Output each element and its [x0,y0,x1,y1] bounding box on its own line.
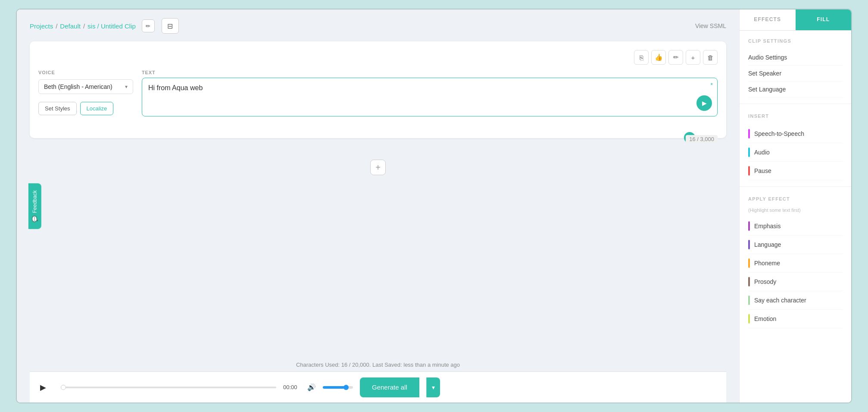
chevron-down-icon: ▾ [432,384,435,391]
sidebar-item-emotion[interactable]: Emotion [748,310,843,328]
sidebar-item-pause[interactable]: Pause [748,162,843,180]
voice-panel: VOICE Beth (English - American) ▾ Set St… [38,70,133,115]
tab-fill[interactable]: FILL [796,9,852,30]
breadcrumb-default[interactable]: Default [60,22,81,30]
speech-to-speech-accent [748,129,750,138]
breadcrumb: Projects / Default / sis / Untitled Clip… [30,18,179,34]
language-accent [748,240,750,249]
status-text: Characters Used: 16 / 20,000. Last Saved… [296,362,460,368]
sidebar-item-set-language[interactable]: Set Language [748,82,843,97]
chevron-down-icon: ▾ [125,84,128,90]
sidebar-apply-effect: APPLY EFFECT (Highlight some text first)… [740,189,851,333]
sidebar-item-prosody[interactable]: Prosody [748,273,843,291]
audio-accent [748,148,750,157]
clip-card-toolbar: ⎘ 👍 ✏ + 🗑 [38,50,718,65]
voice-selected-text: Beth (English - American) [44,83,112,90]
text-label: TEXT [142,70,718,75]
localize-button[interactable]: Localize [80,102,114,115]
thumbup-button[interactable]: 👍 [651,50,666,65]
folder-icon: ⊟ [167,22,173,30]
status-bar: Characters Used: 16 / 20,000. Last Saved… [30,358,726,371]
breadcrumb-sep2: / [83,22,85,30]
feedback-label: Feedback [32,190,38,213]
folder-button[interactable]: ⊟ [162,18,179,34]
text-input-box[interactable]: * Hi from Aqua web ▶ [142,78,718,116]
sidebar-item-set-speaker[interactable]: Set Speaker [748,66,843,82]
sidebar-item-phoneme[interactable]: Phoneme [748,254,843,273]
content-area: Projects / Default / sis / Untitled Clip… [17,9,739,403]
sidebar-item-emphasis[interactable]: Emphasis [748,217,843,236]
generate-dropdown-button[interactable]: ▾ [426,377,440,397]
required-asterisk: * [711,82,713,88]
sidebar-insert: INSERT Speech-to-Speech Audio Pause [740,106,851,185]
apply-effect-subtitle: (Highlight some text first) [748,208,843,213]
edit-button[interactable]: ✏ [668,50,683,65]
generate-button[interactable]: Generate all [360,377,419,397]
volume-track[interactable] [323,386,353,389]
feedback-icon: 💬 [32,215,38,222]
breadcrumb-sep1: / [56,22,57,30]
clip-card-body: VOICE Beth (English - American) ▾ Set St… [38,70,718,131]
sidebar-item-speech-to-speech[interactable]: Speech-to-Speech [748,125,843,143]
sidebar-item-say-each-character[interactable]: Say each character [748,291,843,310]
clip-settings-title: CLIP SETTINGS [748,38,843,44]
bottom-bar: ▶ 00:00 🔊 Generate all ▾ [30,371,726,403]
emphasis-accent [748,221,750,231]
prosody-accent [748,277,750,286]
add-button[interactable]: + [686,50,700,65]
edit-icon: ✏ [146,23,150,29]
apply-effect-title: APPLY EFFECT [748,196,843,201]
sidebar-clip-settings: CLIP SETTINGS Audio Settings Set Speaker… [740,31,851,102]
emotion-accent [748,314,750,324]
tab-effects[interactable]: EFFECTS [740,9,796,30]
text-count: 16 / 3,000 [686,135,718,143]
time-display: 00:00 [283,384,300,390]
feedback-tab[interactable]: 💬 Feedback [28,183,41,229]
add-clip-row: + [30,160,726,175]
content-spacer [30,175,726,358]
app-window: Projects / Default / sis / Untitled Clip… [16,9,852,403]
volume-thumb [343,385,349,390]
say-each-character-accent [748,296,750,305]
sidebar: EFFECTS FILL CLIP SETTINGS Audio Setting… [739,9,851,403]
voice-label: VOICE [38,70,133,75]
set-styles-button[interactable]: Set Styles [38,102,77,115]
text-panel: TEXT * Hi from Aqua web ▶ G 16 / 3,000 [142,70,718,131]
sidebar-tabs: EFFECTS FILL [740,9,851,31]
sidebar-item-language[interactable]: Language [748,236,843,254]
sidebar-item-audio-settings[interactable]: Audio Settings [748,50,843,66]
view-ssml-button[interactable]: View SSML [695,22,726,29]
sidebar-item-audio[interactable]: Audio [748,143,843,162]
breadcrumb-projects[interactable]: Projects [30,22,53,30]
progress-track[interactable] [61,387,276,388]
breadcrumb-clip: sis / Untitled Clip [87,22,136,30]
phoneme-accent [748,258,750,268]
text-play-button[interactable]: ▶ [696,95,712,111]
voice-actions: Set Styles Localize [38,102,133,115]
play-button[interactable]: ▶ [40,381,54,394]
add-clip-button[interactable]: + [370,160,386,175]
pause-accent [748,166,750,176]
insert-title: INSERT [748,113,843,119]
breadcrumb-edit-button[interactable]: ✏ [142,19,155,32]
copy-button[interactable]: ⎘ [634,50,649,65]
voice-select[interactable]: Beth (English - American) ▾ [38,79,133,94]
volume-icon: 🔊 [307,383,316,391]
play-icon: ▶ [40,383,46,392]
clip-card: ⎘ 👍 ✏ + 🗑 VOICE Beth (English - American… [30,41,726,138]
breadcrumb-row: Projects / Default / sis / Untitled Clip… [30,18,726,34]
text-content: Hi from Aqua web [148,84,203,91]
delete-button[interactable]: 🗑 [703,50,718,65]
progress-thumb [61,385,66,390]
